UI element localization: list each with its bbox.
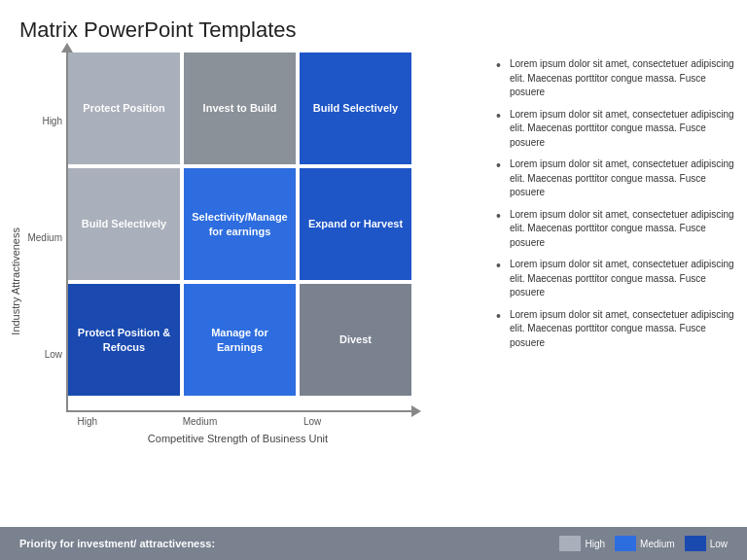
bullet-item-5: • Lorem ipsum dolor sit amet, consectetu… (496, 308, 737, 351)
cell-invest-to-build: Invest to Build (184, 52, 296, 164)
main-content: Industry Attractiveness High Medium Low … (0, 52, 747, 500)
legend-box-high (559, 536, 581, 551)
x-ticks: High Medium Low (29, 416, 369, 427)
legend-box-medium (615, 536, 636, 551)
x-axis-label: Competitive Strength of Business Unit (68, 433, 408, 444)
cell-manage-earnings: Manage for Earnings (184, 284, 296, 396)
bullet-dot-1: • (496, 109, 506, 123)
bullet-dot-0: • (496, 58, 506, 73)
bullet-item-3: • Lorem ipsum dolor sit amet, consectetu… (496, 208, 737, 251)
footer-label: Priority for investment/ attractiveness: (19, 538, 559, 549)
bullet-text-1: Lorem ipsum dolor sit amet, consectetuer… (510, 108, 737, 151)
legend-text-low: Low (710, 539, 728, 549)
matrix-grid-wrapper: High Medium Low Protect Position Invest … (27, 52, 477, 412)
cell-expand-harvest: Expand or Harvest (300, 168, 411, 280)
legend-items: High Medium Low (559, 536, 728, 551)
cell-protect-position: Protect Position (68, 52, 180, 164)
footer-bar: Priority for investment/ attractiveness:… (0, 527, 747, 560)
y-ticks: High Medium Low (27, 62, 66, 412)
bullet-text-4: Lorem ipsum dolor sit amet, consectetuer… (510, 258, 737, 300)
bullet-item-0: • Lorem ipsum dolor sit amet, consectetu… (496, 57, 737, 100)
bullet-dot-2: • (496, 158, 506, 173)
cell-selectivity-manage: Selectivity/Manage for earnings (184, 168, 296, 280)
bullet-dot-3: • (496, 209, 506, 224)
matrix-grid: Protect Position Invest to Build Build S… (66, 52, 411, 412)
x-tick-high: High (31, 416, 143, 427)
legend-item-low: Low (685, 536, 728, 551)
cell-build-selectively-mid: Build Selectively (68, 168, 180, 280)
bullet-text-2: Lorem ipsum dolor sit amet, consectetuer… (510, 158, 737, 200)
bullet-item-2: • Lorem ipsum dolor sit amet, consectetu… (496, 158, 737, 200)
bullet-item-1: • Lorem ipsum dolor sit amet, consectetu… (496, 108, 737, 151)
bullet-list: • Lorem ipsum dolor sit amet, consectetu… (477, 52, 737, 500)
x-tick-low: Low (257, 416, 369, 427)
legend-box-low (685, 536, 706, 551)
bullet-text-0: Lorem ipsum dolor sit amet, consectetuer… (510, 57, 737, 100)
bullet-text-3: Lorem ipsum dolor sit amet, consectetuer… (510, 208, 737, 251)
y-axis-label: Industry Attractiveness (10, 198, 27, 335)
x-tick-medium: Medium (144, 416, 256, 427)
bullet-dot-4: • (496, 259, 506, 273)
cell-divest: Divest (300, 284, 411, 396)
bullet-text-5: Lorem ipsum dolor sit amet, consectetuer… (510, 308, 737, 351)
matrix-inner: High Medium Low Protect Position Invest … (27, 52, 477, 480)
bullet-item-4: • Lorem ipsum dolor sit amet, consectetu… (496, 258, 737, 300)
y-tick-high: High (42, 116, 62, 126)
page-title: Matrix PowerPoint Templates (0, 0, 747, 52)
y-tick-medium: Medium (27, 232, 62, 243)
cell-protect-refocus: Protect Position & Refocus (68, 284, 180, 396)
bullet-dot-5: • (496, 309, 506, 324)
cell-build-selectively-top: Build Selectively (300, 52, 411, 164)
legend-item-medium: Medium (615, 536, 675, 551)
legend-text-high: High (585, 539, 605, 549)
y-tick-low: Low (45, 349, 62, 360)
matrix-area: Industry Attractiveness High Medium Low … (10, 52, 477, 480)
legend-item-high: High (559, 536, 605, 551)
legend-text-medium: Medium (640, 539, 675, 549)
